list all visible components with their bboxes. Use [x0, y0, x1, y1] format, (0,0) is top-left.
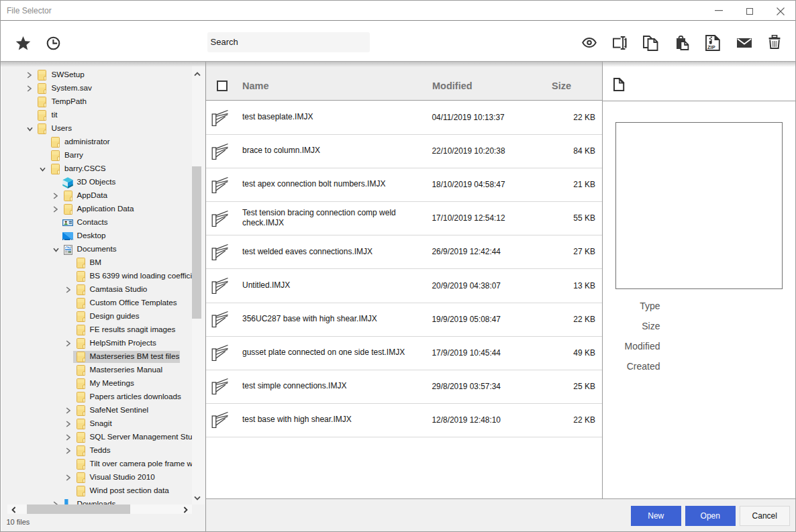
svg-text:ZIP: ZIP — [707, 44, 715, 50]
